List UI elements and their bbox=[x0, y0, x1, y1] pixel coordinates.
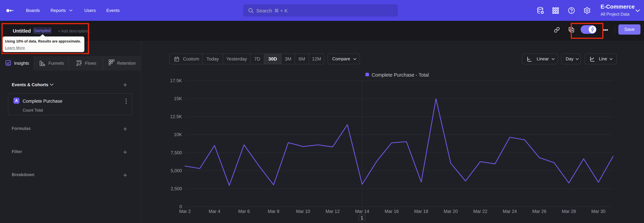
svg-text:Mar 26: Mar 26 bbox=[532, 209, 546, 214]
svg-text:Mar 22: Mar 22 bbox=[473, 209, 487, 214]
svg-text:Mar 4: Mar 4 bbox=[209, 209, 220, 214]
svg-text:10K: 10K bbox=[174, 132, 182, 137]
svg-text:Mar 8: Mar 8 bbox=[268, 209, 280, 214]
svg-text:Mar 6: Mar 6 bbox=[238, 209, 250, 214]
svg-text:17.5K: 17.5K bbox=[170, 78, 182, 83]
svg-text:Mar 2: Mar 2 bbox=[179, 209, 191, 214]
svg-text:Mar 30: Mar 30 bbox=[591, 209, 606, 214]
svg-text:12.5K: 12.5K bbox=[170, 114, 182, 119]
svg-text:0: 0 bbox=[180, 204, 182, 209]
svg-text:Mar 24: Mar 24 bbox=[503, 209, 517, 214]
svg-text:5,000: 5,000 bbox=[170, 168, 182, 173]
svg-text:Mar 12: Mar 12 bbox=[326, 209, 340, 214]
svg-text:Mar 20: Mar 20 bbox=[444, 209, 458, 214]
svg-text:Mar 10: Mar 10 bbox=[296, 209, 310, 214]
svg-text:7,500: 7,500 bbox=[170, 150, 182, 155]
svg-text:Mar 16: Mar 16 bbox=[384, 209, 399, 214]
svg-text:Mar 18: Mar 18 bbox=[414, 209, 428, 214]
svg-text:Mar 28: Mar 28 bbox=[562, 209, 576, 214]
svg-text:2,500: 2,500 bbox=[170, 186, 182, 191]
svg-text:Mar 14: Mar 14 bbox=[355, 209, 369, 214]
svg-text:15K: 15K bbox=[174, 96, 182, 101]
